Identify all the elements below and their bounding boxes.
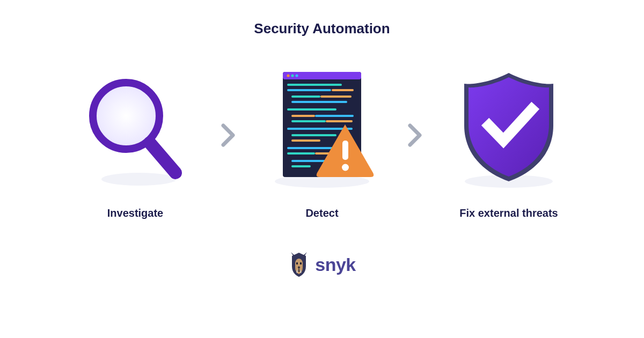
chevron-right-icon bbox=[221, 123, 236, 147]
step-label-investigate: Investigate bbox=[107, 207, 163, 219]
svg-point-0 bbox=[101, 173, 177, 186]
flow-row: Investigate bbox=[0, 67, 644, 219]
svg-point-32 bbox=[300, 262, 302, 264]
page-title: Security Automation bbox=[254, 20, 390, 37]
brand-name: snyk bbox=[315, 254, 356, 275]
step-label-detect: Detect bbox=[305, 207, 338, 219]
chevron-right-icon bbox=[408, 123, 423, 147]
step-investigate: Investigate bbox=[65, 67, 205, 219]
svg-point-8 bbox=[295, 74, 298, 77]
svg-rect-28 bbox=[342, 141, 348, 160]
shield-check-icon bbox=[447, 67, 570, 190]
magnifying-glass-icon bbox=[74, 67, 197, 190]
step-label-fix: Fix external threats bbox=[459, 207, 558, 219]
snyk-dog-icon bbox=[288, 252, 310, 277]
step-detect: Detect bbox=[252, 67, 392, 219]
brand-logo: snyk bbox=[288, 252, 356, 277]
svg-point-7 bbox=[291, 74, 294, 77]
svg-rect-5 bbox=[283, 72, 361, 79]
svg-point-31 bbox=[296, 262, 298, 264]
step-fix: Fix external threats bbox=[439, 67, 579, 219]
svg-point-29 bbox=[342, 164, 349, 171]
svg-point-6 bbox=[287, 74, 289, 77]
code-warning-icon bbox=[260, 67, 384, 190]
